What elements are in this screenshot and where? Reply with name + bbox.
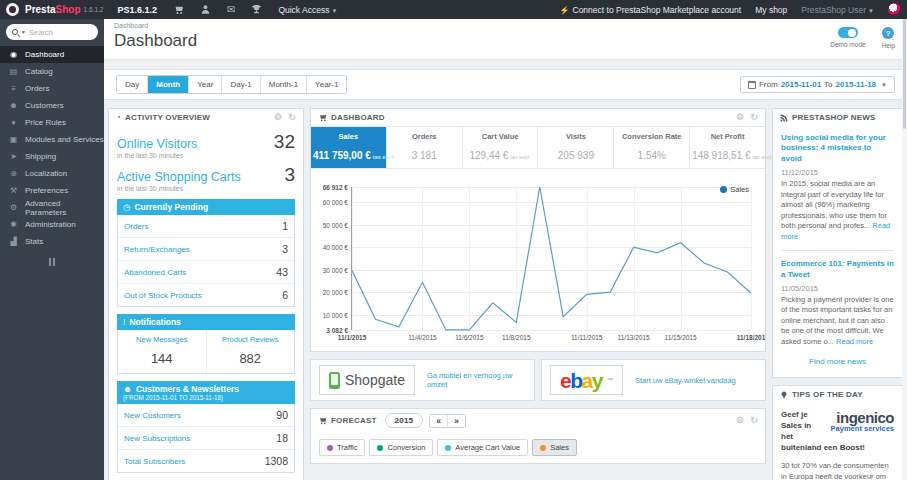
forecast-legend-sales[interactable]: Sales — [532, 439, 577, 456]
demo-mode-control: Demo mode — [830, 27, 865, 49]
sidebar-collapse-button[interactable] — [0, 258, 104, 266]
pending-row-abandoned-carts[interactable]: Abandoned Carts43 — [118, 261, 294, 284]
cart-icon[interactable] — [173, 4, 184, 15]
news-article-excerpt: Picking a payment provider is one of the… — [781, 295, 894, 348]
preferences-icon: ⚒ — [8, 186, 19, 195]
pending-row-out-of-stock[interactable]: Out of Stock Products6 — [118, 284, 294, 306]
activity-overview-panel: ◔ ACTIVITY OVERVIEW ⚙ ↻ Online Visitors … — [108, 108, 304, 480]
new-messages-cell[interactable]: New Messages144 — [118, 330, 206, 373]
customers-row-total-subscribers[interactable]: Total Subscribers1308 — [118, 450, 294, 472]
scrollbar[interactable] — [902, 19, 907, 480]
scrollbar-thumb[interactable] — [903, 19, 906, 129]
sidebar-item-dashboard[interactable]: ◉Dashboard — [0, 46, 104, 63]
kpi-orders[interactable]: Orders3 181 — [387, 127, 463, 168]
shopgate-banner[interactable]: Shopgate Ga mobiel en verhoog uw omzet — [310, 359, 535, 401]
my-shop-link[interactable]: My shop — [755, 5, 787, 15]
tips-of-the-day-panel: TIPS OF THE DAY ingenico Payment service… — [772, 385, 903, 480]
localization-icon: ⊕ — [8, 169, 19, 178]
forecast-legend-average-cart-value[interactable]: Average Cart Value — [437, 439, 528, 456]
range-day-button[interactable]: Day — [117, 76, 148, 93]
user-menu[interactable]: PrestaShop User▼ — [801, 5, 874, 15]
page-title: Dashboard — [114, 31, 897, 51]
help-icon[interactable]: ? — [882, 27, 894, 39]
kpi-visits[interactable]: Visits205 939 — [538, 127, 614, 168]
brand-wordmark: PrestaShop — [25, 4, 81, 15]
trophy-icon[interactable] — [251, 4, 262, 15]
read-more-link[interactable]: Read more — [836, 337, 873, 346]
sidebar-item-stats[interactable]: ▟Stats — [0, 233, 104, 250]
forecast-next-button[interactable]: » — [448, 415, 465, 427]
y-tick-label: 66 912 € — [323, 184, 348, 191]
ebay-logo: ebay™ — [550, 365, 623, 395]
gear-icon[interactable]: ⚙ — [736, 416, 744, 425]
customer-icon[interactable] — [200, 4, 211, 15]
ingenico-logo[interactable]: ingenico Payment services — [820, 410, 894, 433]
kpi-cart-value[interactable]: Cart Value129,44 €tax excl. — [463, 127, 539, 168]
ebay-link[interactable]: Start uw eBay-winkel vandaag — [635, 376, 736, 385]
demo-mode-toggle[interactable] — [838, 27, 858, 38]
sidebar-item-advanced-parameters[interactable]: ⚙Advanced Parameters — [0, 199, 104, 216]
chart-legend[interactable]: Sales — [720, 185, 749, 194]
active-carts-link[interactable]: Active Shopping Carts — [117, 170, 241, 184]
kpi-strip: Sales411 759,00 €tax excl. Orders3 181 C… — [311, 126, 765, 169]
sidebar-item-preferences[interactable]: ⚒Preferences — [0, 182, 104, 199]
shop-name[interactable]: PS1.6.1.2 — [117, 5, 157, 15]
refresh-icon[interactable]: ↻ — [750, 113, 758, 122]
refresh-icon[interactable]: ↻ — [288, 113, 296, 122]
forecast-prev-button[interactable]: « — [430, 415, 448, 427]
date-range-picker[interactable]: From2015-11-01 To2015-11-18 ▼ — [740, 76, 895, 93]
sidebar-item-orders[interactable]: ≡Orders — [0, 80, 104, 97]
cart-icon — [318, 416, 327, 425]
customers-row-new-customers[interactable]: New Customers90 — [118, 404, 294, 427]
ebay-banner[interactable]: ebay™ Start uw eBay-winkel vandaag — [541, 359, 766, 401]
sidebar-item-price-rules[interactable]: ♦Price Rules — [0, 114, 104, 131]
range-year-button[interactable]: Year — [189, 76, 222, 93]
gear-icon[interactable]: ⚙ — [736, 113, 744, 122]
refresh-icon[interactable]: ↻ — [750, 416, 758, 425]
prestashop-logo[interactable] — [6, 3, 19, 16]
range-day-1-button[interactable]: Day-1 — [222, 76, 260, 93]
user-avatar[interactable] — [888, 3, 901, 16]
pending-row-returns[interactable]: Return/Exchanges3 — [118, 238, 294, 261]
sidebar-item-localization[interactable]: ⊕Localization — [0, 165, 104, 182]
online-visitors-link[interactable]: Online Visitors — [117, 137, 197, 151]
range-month-button[interactable]: Month — [148, 76, 189, 93]
range-month-1-button[interactable]: Month-1 — [261, 76, 307, 93]
active-carts-value: 3 — [284, 165, 295, 184]
news-article-date: 11/05/2015 — [781, 284, 894, 293]
shopgate-logo: Shopgate — [319, 365, 415, 395]
search-input[interactable]: ▼ Search — [6, 24, 98, 40]
forecast-legend-traffic[interactable]: Traffic — [319, 439, 365, 456]
kpi-sales[interactable]: Sales411 759,00 €tax excl. — [311, 127, 387, 168]
online-visitors-note: in the last 30 minutes — [117, 152, 295, 159]
cart-icon — [318, 113, 327, 122]
customers-row-new-subscriptions[interactable]: New Subscriptions18 — [118, 427, 294, 450]
demo-mode-label: Demo mode — [830, 41, 865, 48]
sidebar-item-catalog[interactable]: ▤Catalog — [0, 63, 104, 80]
sidebar-item-modules[interactable]: ▣Modules and Services — [0, 131, 104, 148]
help-label: Help — [882, 42, 895, 49]
sidebar-item-shipping[interactable]: ➤Shipping — [0, 148, 104, 165]
breadcrumb[interactable]: Dashboard — [114, 22, 897, 29]
range-year-1-button[interactable]: Year-1 — [307, 76, 346, 93]
forecast-year[interactable]: 2015 — [385, 413, 424, 428]
kpi-conversion-rate[interactable]: Conversion Rate1.54% — [614, 127, 690, 168]
marketplace-link[interactable]: ⚡Connect to PrestaShop Marketplace accou… — [560, 5, 742, 15]
product-reviews-cell[interactable]: Product Reviews882 — [206, 330, 295, 373]
gear-icon[interactable]: ⚙ — [274, 113, 282, 122]
forecast-legend-conversion[interactable]: Conversion — [369, 439, 433, 456]
news-article-title[interactable]: Ecommerce 101: Payments in a Tweet — [781, 259, 894, 280]
search-placeholder: Search — [29, 28, 53, 37]
forecast-panel: FORECAST 2015 « » ⚙ ↻ Traffic Conversion — [310, 408, 766, 464]
quick-access-menu[interactable]: Quick Access▼ — [278, 5, 337, 15]
sidebar-item-customers[interactable]: ☻Customers — [0, 97, 104, 114]
news-article-title[interactable]: Using social media for your business: 4 … — [781, 133, 894, 164]
search-scope-caret-icon[interactable]: ▼ — [21, 29, 26, 35]
administration-icon: ✱ — [8, 220, 19, 229]
kpi-net-profit[interactable]: Net Profit148 918,51 €tax excl. — [690, 127, 765, 168]
pending-row-orders[interactable]: Orders1 — [118, 215, 294, 238]
sidebar-item-administration[interactable]: ✱Administration — [0, 216, 104, 233]
find-more-news-link[interactable]: Find more news — [781, 357, 894, 366]
messages-icon[interactable]: ✉ — [227, 4, 235, 15]
shopgate-link[interactable]: Ga mobiel en verhoog uw omzet — [427, 371, 526, 389]
